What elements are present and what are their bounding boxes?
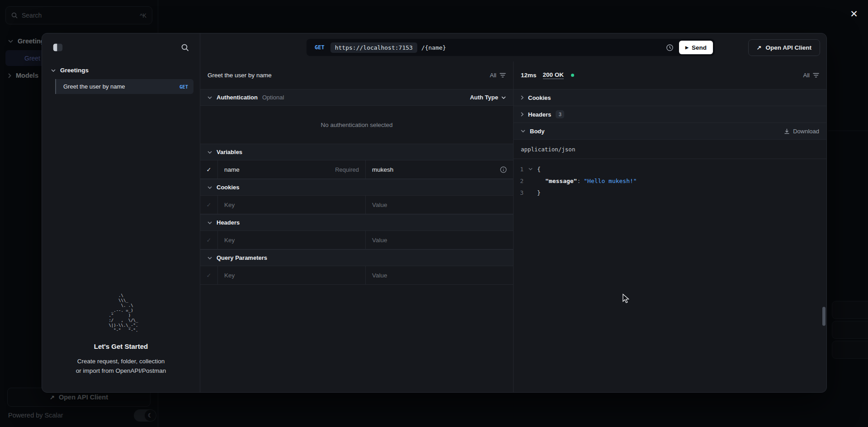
play-icon: ▶ <box>685 46 689 50</box>
get-started-title: Let's Get Started <box>42 343 200 350</box>
get-started-line2: or import from OpenAPI/Postman <box>76 367 166 374</box>
external-link-icon: ↗ <box>757 44 762 51</box>
api-client-modal: Greetings Greet the user by name GET .\ … <box>42 33 827 393</box>
sidebar-toggle-icon[interactable] <box>53 43 63 52</box>
value-input[interactable]: Value <box>372 237 387 244</box>
line-number: 3 <box>514 189 524 196</box>
key-input[interactable]: Key <box>224 237 235 244</box>
authentication-optional-badge: Optional <box>262 94 284 101</box>
json-key: "message" <box>545 178 577 184</box>
value-input[interactable]: Value <box>372 272 387 279</box>
send-button[interactable]: ▶ Send <box>679 41 713 54</box>
chevron-down-icon <box>521 130 525 132</box>
response-body-section[interactable]: Body Download <box>514 122 826 139</box>
query-parameters-title: Query Parameters <box>217 254 267 261</box>
scrollbar-thumb[interactable] <box>822 307 826 326</box>
variable-value-input[interactable]: mukesh <box>372 166 393 173</box>
status-ok-dot <box>571 74 574 77</box>
url-path[interactable]: /{name} <box>421 44 446 51</box>
cookies-section-header[interactable]: Cookies <box>200 179 513 196</box>
response-body-title: Body <box>530 128 545 135</box>
chevron-down-icon <box>501 96 506 99</box>
fold-chevron-icon[interactable] <box>524 168 537 170</box>
get-started-description: Create request, folder, collection or im… <box>42 357 200 376</box>
cookie-row-empty: ✓ Key Value <box>200 196 513 214</box>
required-badge: Required <box>335 166 359 173</box>
chevron-down-icon <box>208 151 212 154</box>
line-number: 2 <box>514 178 524 184</box>
open-api-client-label: Open API Client <box>765 44 811 51</box>
request-filter-button[interactable]: All <box>490 72 506 79</box>
code-line: 3 } <box>514 187 826 198</box>
address-bar-row: GET https://localhost:7153 /{name} ▶ Sen… <box>200 33 826 61</box>
method-badge: GET <box>179 84 188 89</box>
code-text: { <box>537 166 541 173</box>
response-headers-section[interactable]: Headers 3 <box>514 106 826 122</box>
filter-label: All <box>803 72 810 79</box>
response-status[interactable]: 200 OK <box>543 71 564 79</box>
auth-type-dropdown[interactable]: Auth Type <box>470 94 506 101</box>
key-input[interactable]: Key <box>224 272 235 279</box>
variables-title: Variables <box>217 149 242 155</box>
code-line: 2 "message":"Hello mukesh!" <box>514 175 826 187</box>
variable-row: ✓ name Required mukesh <box>200 160 513 179</box>
query-parameters-section-header[interactable]: Query Parameters <box>200 249 513 266</box>
info-icon[interactable] <box>500 166 507 173</box>
response-cookies-section[interactable]: Cookies <box>514 89 826 106</box>
close-icon[interactable]: ✕ <box>847 7 861 21</box>
search-icon[interactable] <box>181 44 189 52</box>
request-title: Greet the user by name <box>208 72 272 79</box>
row-enabled-checkbox[interactable]: ✓ <box>200 266 218 284</box>
sidebar-item-greet-request[interactable]: Greet the user by name GET <box>55 79 193 94</box>
method-badge: GET <box>307 44 330 51</box>
headers-section-header[interactable]: Headers <box>200 214 513 231</box>
row-enabled-checkbox[interactable]: ✓ <box>200 160 218 178</box>
headers-count-badge: 3 <box>556 110 564 118</box>
chevron-down-icon <box>208 221 212 224</box>
chevron-down-icon <box>208 186 212 189</box>
chevron-right-icon <box>521 95 524 100</box>
variable-key-input[interactable]: name <box>224 166 240 173</box>
send-label: Send <box>692 44 707 51</box>
open-api-client-button[interactable]: ↗ Open API Client <box>748 39 820 56</box>
sidebar-group-greetings[interactable]: Greetings <box>42 61 200 78</box>
response-filter-button[interactable]: All <box>803 72 819 79</box>
line-number: 1 <box>514 166 524 173</box>
row-enabled-checkbox[interactable]: ✓ <box>200 231 218 249</box>
header-row-empty: ✓ Key Value <box>200 231 513 249</box>
address-bar[interactable]: GET https://localhost:7153 /{name} ▶ Sen… <box>307 39 715 56</box>
value-input[interactable]: Value <box>372 202 387 208</box>
modal-main: GET https://localhost:7153 /{name} ▶ Sen… <box>200 33 826 392</box>
authentication-section-header[interactable]: Authentication Optional Auth Type <box>200 89 513 106</box>
sidebar-item-label: Greet the user by name <box>63 83 176 90</box>
filter-label: All <box>490 72 496 79</box>
auth-type-label: Auth Type <box>470 94 498 101</box>
no-authentication-message: No authentication selected <box>200 106 513 144</box>
response-body-code: 1 { 2 "message":"Hello mukesh!" <box>514 159 826 198</box>
key-input[interactable]: Key <box>224 202 235 208</box>
filter-icon <box>500 73 506 78</box>
mouse-cursor <box>622 294 631 304</box>
ascii-rabbit-art: .\ \\\_ \. .\ _.--. =_) ." ) :/ , \/\_ \… <box>104 293 138 333</box>
modal-sidebar: Greetings Greet the user by name GET .\ … <box>42 33 200 392</box>
query-param-row-empty: ✓ Key Value <box>200 266 513 285</box>
history-icon[interactable] <box>666 44 674 52</box>
response-content-type: application/json <box>514 139 826 159</box>
response-panel: 12ms 200 OK All Cookies <box>514 61 826 392</box>
chevron-down-icon <box>208 96 212 99</box>
download-button[interactable]: Download <box>784 128 819 135</box>
variables-section-header[interactable]: Variables <box>200 144 513 160</box>
filter-icon <box>813 73 819 78</box>
sidebar-group-label: Greetings <box>60 67 89 74</box>
chevron-right-icon <box>521 112 524 117</box>
response-time: 12ms <box>521 72 537 79</box>
chevron-down-icon <box>208 257 212 259</box>
get-started-section: .\ \\\_ \. .\ _.--. =_) ." ) :/ , \/\_ \… <box>42 293 200 392</box>
request-panel: Greet the user by name All Authenticatio… <box>200 61 514 392</box>
base-url-pill[interactable]: https://localhost:7153 <box>330 42 417 53</box>
json-separator: : <box>577 178 580 184</box>
headers-title: Headers <box>217 219 240 226</box>
code-line: 1 { <box>514 163 826 175</box>
download-icon <box>784 128 790 134</box>
row-enabled-checkbox[interactable]: ✓ <box>200 196 218 214</box>
